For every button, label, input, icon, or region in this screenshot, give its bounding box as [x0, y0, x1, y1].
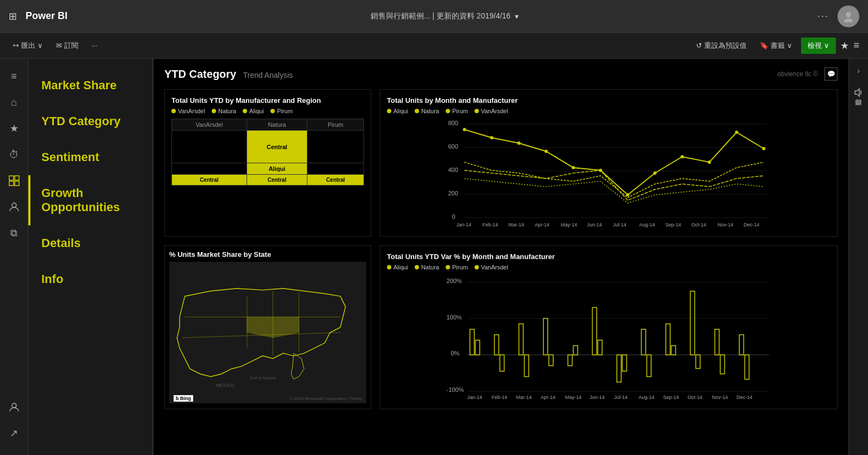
- nav-item-details[interactable]: Details: [28, 225, 152, 261]
- dashboard: YTD Category Trend Analysis obvience llc…: [153, 59, 848, 455]
- dashboard-title: YTD Category: [164, 68, 236, 80]
- toolbar: ↦ 匯出 ∨ ✉ 訂閱 ··· ↺ 重設為預設值 🔖 書籤 ∨ 檢視 ∨ ★ ≡: [0, 33, 868, 59]
- dropdown-icon[interactable]: ▾: [515, 12, 519, 21]
- chart-title-top-left: Total Units YTD by Manufacturer and Regi…: [171, 96, 364, 104]
- list-icon[interactable]: ≡: [853, 40, 859, 51]
- svg-text:0%: 0%: [451, 350, 460, 356]
- charts-row-2: % Units Market Share by State: [164, 245, 838, 409]
- nav-panel: Market Share YTD Category Sentiment Grow…: [28, 59, 153, 455]
- speaker-icon[interactable]: [851, 85, 866, 100]
- sidebar-icon-dashboard[interactable]: [3, 170, 25, 192]
- svg-text:Jun-14: Jun-14: [590, 395, 605, 400]
- svg-text:Dec-14: Dec-14: [737, 395, 753, 400]
- sidebar-icon-home[interactable]: ⌂: [3, 91, 25, 113]
- legend-natura-br: Natura: [415, 264, 439, 270]
- dashboard-header: YTD Category Trend Analysis obvience llc…: [164, 67, 838, 81]
- nav-item-ytd-category[interactable]: YTD Category: [28, 103, 152, 139]
- legend-pirum-br: Pirum: [446, 264, 468, 270]
- svg-text:800: 800: [448, 120, 458, 126]
- comment-icon[interactable]: 💬: [824, 67, 838, 81]
- sidebar-icon-people[interactable]: [3, 196, 25, 218]
- chart-legend-top-left: VanArsdel Natura Aliqui Pirum: [171, 108, 364, 114]
- svg-text:Mar-14: Mar-14: [516, 395, 532, 400]
- svg-rect-67: [642, 329, 646, 355]
- sidebar-icon-account[interactable]: [3, 396, 25, 418]
- sidebar-icon-recent[interactable]: ⏱: [3, 144, 25, 165]
- svg-point-1: [844, 19, 853, 22]
- bookmark-dropdown-icon: ∨: [787, 41, 792, 50]
- right-panel: › 聯絡: [848, 59, 868, 455]
- dashboard-header-right: obvience llc © 💬: [777, 67, 838, 81]
- svg-rect-55: [495, 335, 499, 355]
- svg-rect-2: [9, 176, 14, 180]
- view-button[interactable]: 檢視 ∨: [801, 38, 836, 54]
- export-button[interactable]: ↦ 匯出 ∨: [9, 39, 47, 53]
- chart-legend-bottom-right: Aliqui Natura Pirum VanArsdel: [387, 264, 830, 270]
- map-area: MEXICO Gulf of Mexico b Bing © 2019 Micr…: [169, 262, 366, 403]
- svg-text:Apr-14: Apr-14: [541, 395, 556, 400]
- svg-point-20: [518, 142, 521, 145]
- subscribe-button[interactable]: ✉ 訂閱: [52, 39, 83, 53]
- star-icon[interactable]: ★: [840, 40, 849, 52]
- svg-point-24: [626, 193, 630, 196]
- nav-item-sentiment[interactable]: Sentiment: [28, 139, 152, 175]
- main-content: YTD Category Trend Analysis obvience llc…: [153, 59, 848, 455]
- svg-point-22: [572, 166, 575, 169]
- legend-aliqui-tr: Aliqui: [387, 108, 408, 114]
- svg-rect-72: [696, 355, 700, 368]
- svg-rect-53: [470, 329, 475, 355]
- svg-text:Jan-14: Jan-14: [457, 222, 472, 228]
- svg-text:Sep-14: Sep-14: [666, 222, 681, 228]
- legend-aliqui-br: Aliqui: [387, 264, 408, 270]
- sidebar-icons: ≡ ⌂ ★ ⏱ ⧉ ↗: [0, 59, 28, 455]
- svg-rect-63: [593, 308, 597, 355]
- reset-icon: ↺: [696, 41, 702, 50]
- svg-rect-58: [525, 355, 529, 377]
- map-svg: MEXICO Gulf of Mexico: [169, 262, 366, 403]
- view-dropdown-icon: ∨: [824, 41, 829, 50]
- svg-text:Jun-14: Jun-14: [587, 222, 602, 228]
- units-table: VanArsdel Natura Pirum Central: [171, 119, 364, 186]
- sidebar-icon-menu[interactable]: ≡: [3, 65, 25, 87]
- svg-text:600: 600: [448, 143, 458, 150]
- dashboard-logo: obvience llc ©: [777, 70, 818, 78]
- svg-text:400: 400: [448, 167, 458, 173]
- svg-text:Nov-14: Nov-14: [712, 395, 728, 400]
- dashboard-title-group: YTD Category Trend Analysis: [164, 68, 293, 81]
- table-row: Central: [172, 131, 364, 163]
- collapse-button[interactable]: ›: [851, 63, 866, 78]
- grid-icon[interactable]: ⊞: [9, 10, 17, 22]
- more-button[interactable]: ···: [87, 39, 102, 52]
- svg-text:Aug-14: Aug-14: [639, 222, 655, 228]
- legend-vanarsdel-br: VanArsdel: [475, 264, 508, 270]
- chart-ytd-var: Total Units YTD Var % by Month and Manuf…: [380, 245, 838, 409]
- reset-button[interactable]: ↺ 重設為預設值: [692, 39, 751, 53]
- svg-rect-59: [544, 318, 548, 355]
- chart-title-bottom-right: Total Units YTD Var % by Month and Manuf…: [387, 253, 830, 261]
- view-label: 檢視: [808, 41, 822, 51]
- charts-row-1: Total Units YTD by Manufacturer and Regi…: [164, 89, 838, 237]
- topbar-right: ···: [817, 5, 859, 27]
- bookmark-button[interactable]: 🔖 書籤 ∨: [755, 39, 797, 53]
- export-dropdown-icon: ∨: [38, 41, 43, 50]
- svg-text:Gulf of Mexico: Gulf of Mexico: [250, 376, 276, 380]
- svg-text:Oct-14: Oct-14: [688, 395, 703, 400]
- svg-text:Jul-14: Jul-14: [614, 395, 628, 400]
- nav-item-info[interactable]: Info: [28, 261, 152, 297]
- svg-rect-64: [598, 340, 602, 355]
- nav-item-market-share[interactable]: Market Share: [28, 67, 152, 103]
- avatar[interactable]: [838, 5, 859, 27]
- topbar-more-icon[interactable]: ···: [817, 10, 829, 22]
- main-layout: ≡ ⌂ ★ ⏱ ⧉ ↗ Mar: [0, 59, 868, 455]
- app-title: Power BI: [26, 10, 67, 22]
- sidebar-icon-apps[interactable]: ⧉: [3, 222, 25, 244]
- nav-item-growth-opportunities[interactable]: Growth Opportunities: [28, 175, 152, 225]
- topbar-center: 銷售與行銷範例... | 更新的資料 2019/4/16 ▾: [81, 11, 809, 21]
- subscribe-label: 訂閱: [64, 41, 78, 51]
- svg-text:Jan-14: Jan-14: [467, 395, 483, 400]
- export-icon: ↦: [13, 41, 19, 50]
- sidebar-icon-favorites[interactable]: ★: [3, 118, 25, 139]
- reset-label: 重設為預設值: [704, 41, 747, 51]
- svg-text:Mar-14: Mar-14: [509, 222, 525, 228]
- sidebar-icon-external[interactable]: ↗: [3, 422, 25, 444]
